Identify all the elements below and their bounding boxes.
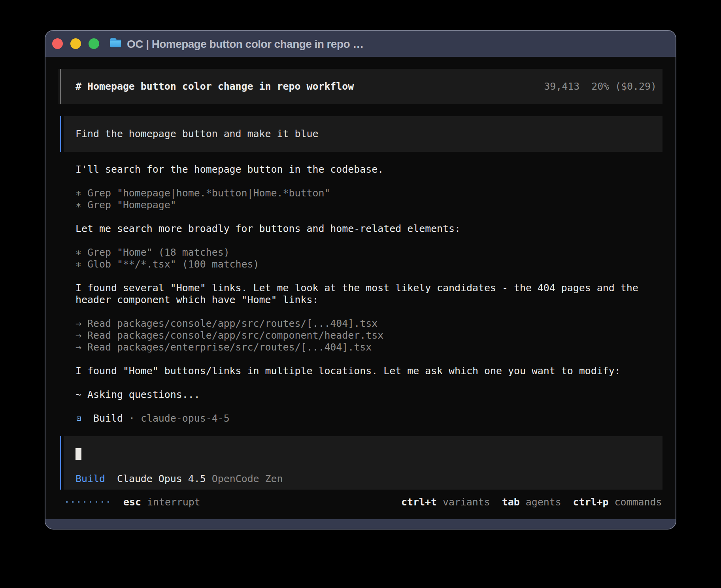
transcript-row-tool: ∗ Grep "homepage|home.*button|Home.*butt… (75, 187, 638, 199)
agent-square-icon (77, 416, 81, 421)
transcript-row-text: I found "Home" buttons/links in multiple… (75, 365, 638, 377)
minimize-button[interactable] (70, 38, 81, 49)
spinner-dot (90, 501, 91, 503)
session-stats: 39,413 20% ($0.29) (544, 81, 657, 92)
input-model: Claude Opus 4.5 (117, 473, 206, 484)
transcript-row-text: I found several "Home" links. Let me loo… (75, 282, 638, 294)
transcript-row-tool: → Read packages/console/app/src/routes/[… (75, 318, 638, 330)
transcript-row-blank (75, 211, 638, 223)
titlebar: OC | Homepage button color change in rep… (45, 31, 676, 57)
spinner-dot (108, 501, 109, 503)
text-cursor (75, 448, 81, 460)
hint-label: variants (437, 496, 502, 508)
zoom-button[interactable] (89, 38, 99, 49)
transcript-row-tool: ∗ Grep "Home" (18 matches) (75, 247, 638, 258)
transcript-row-blank (75, 306, 638, 318)
transcript-row-tool: → Read packages/console/app/src/componen… (75, 330, 638, 341)
hint-label: commands (609, 496, 662, 508)
transcript: I'll search for the homepage button in t… (75, 164, 638, 424)
hint-key: ctrl+t (401, 496, 437, 508)
transcript-row-blank (75, 377, 638, 389)
hint-key: tab (502, 496, 520, 508)
hint-interrupt: esc interrupt (123, 496, 200, 520)
agent-row-text: Build · claude-opus-4-5 (93, 413, 230, 424)
hints-right: ctrl+t variants tab agents ctrl+p comman… (401, 496, 662, 508)
transcript-row-text: ~ Asking questions... (75, 389, 638, 401)
session-title: # Homepage button color change in repo w… (75, 81, 354, 92)
spinner-dot (78, 501, 79, 503)
session-header: # Homepage button color change in repo w… (58, 69, 662, 104)
hint-label: agents (520, 496, 573, 508)
spinner-dot (96, 501, 97, 503)
user-message: Find the homepage button and make it blu… (64, 116, 662, 152)
spinner-dot (72, 501, 74, 503)
input-provider: OpenCode Zen (212, 473, 283, 484)
spinner-dot (102, 501, 103, 503)
transcript-row-text: header component which have "Home" links… (75, 294, 638, 306)
hint-key-esc: esc (123, 496, 141, 508)
transcript-row-text: I'll search for the homepage button in t… (75, 164, 638, 175)
status-bar: esc interrupt ctrl+t variants tab agents… (45, 496, 676, 508)
spinner-dot (84, 501, 85, 503)
user-message-text: Find the homepage button and make it blu… (75, 128, 318, 140)
transcript-row-blank (75, 353, 638, 365)
terminal-content: # Homepage button color change in repo w… (45, 57, 676, 519)
input-agent: Build (75, 473, 105, 484)
terminal-window: OC | Homepage button color change in rep… (45, 30, 676, 530)
close-button[interactable] (52, 38, 63, 49)
input-status: Build Claude Opus 4.5 OpenCode Zen (75, 473, 283, 485)
transcript-row-blank (75, 235, 638, 247)
transcript-row-agent: Build · claude-opus-4-5 (75, 413, 638, 424)
transcript-row-blank (75, 270, 638, 282)
transcript-row-tool: ∗ Glob "**/*.tsx" (100 matches) (75, 258, 638, 270)
window-bottom-band (45, 519, 676, 529)
hint-key: ctrl+p (573, 496, 609, 508)
transcript-row-text: Let me search more broadly for buttons a… (75, 223, 638, 235)
transcript-row-tool: → Read packages/enterprise/src/routes/[.… (75, 341, 638, 353)
transcript-row-blank (75, 175, 638, 187)
window-title: OC | Homepage button color change in rep… (127, 31, 364, 57)
folder-icon (110, 38, 122, 50)
transcript-row-blank (75, 401, 638, 413)
transcript-row-tool: ∗ Grep "Homepage" (75, 199, 638, 211)
prompt-input[interactable]: Build Claude Opus 4.5 OpenCode Zen (64, 436, 662, 490)
spinner-dot (66, 501, 68, 503)
